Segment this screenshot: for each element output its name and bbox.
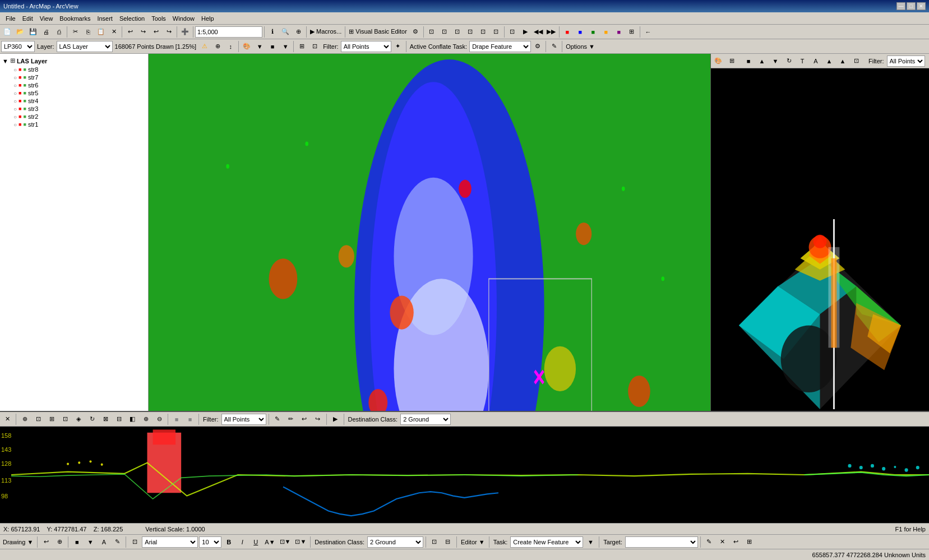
profile-btn7[interactable]: ⊠ (99, 413, 112, 425)
las-btn3[interactable]: ▼ (253, 40, 266, 53)
line-color-btn[interactable]: ⊡▼ (293, 536, 308, 548)
find-btn[interactable]: 🔍 (279, 26, 292, 38)
ed-btn3[interactable]: ■ (71, 536, 83, 548)
color3[interactable]: ■ (587, 26, 599, 38)
ed-del-btn[interactable]: ✕ (717, 536, 729, 548)
profile-btn6[interactable]: ↻ (86, 413, 98, 425)
menu-tools[interactable]: Tools (148, 14, 169, 23)
toc-item-str3[interactable]: ○ ■ ■ str3 (2, 105, 146, 113)
menu-insert[interactable]: Insert (94, 14, 116, 23)
options-btn[interactable]: Options ▼ (564, 40, 597, 53)
goto-btn[interactable]: ⊕ (292, 26, 304, 38)
layer-select[interactable]: LAS Layer (57, 41, 113, 52)
las-btn5[interactable]: ▼ (279, 40, 292, 53)
las-btn2[interactable]: ↕ (224, 40, 237, 53)
task-extra-btn[interactable]: ▼ (584, 536, 597, 548)
drawing-label[interactable]: Drawing ▼ (1, 539, 35, 545)
ed-btn4[interactable]: ▼ (84, 536, 96, 548)
color4[interactable]: ■ (600, 26, 612, 38)
close-button[interactable]: ✕ (917, 2, 926, 10)
open-btn[interactable]: 📂 (14, 26, 26, 38)
raster5[interactable]: ⊡ (477, 26, 489, 38)
print2-btn[interactable]: ⎙ (53, 26, 65, 38)
r-text-btn[interactable]: T (796, 55, 808, 67)
r-btn7[interactable]: A (810, 55, 822, 67)
r-btn5[interactable]: ▼ (769, 55, 782, 67)
ed-snap2[interactable]: ⊟ (442, 536, 454, 548)
task-select[interactable]: Create New Feature (510, 536, 583, 548)
profile-play[interactable]: ▶ (329, 413, 341, 425)
menu-view[interactable]: View (36, 14, 57, 23)
profile-btn1[interactable]: ⊕ (19, 413, 31, 425)
color2[interactable]: ■ (574, 26, 586, 38)
profile-color1[interactable]: ■ (170, 413, 183, 425)
r-btn2[interactable]: ⊞ (725, 55, 738, 67)
dest-class-select-bottom[interactable]: 2 Ground (400, 414, 451, 425)
profile-btn2[interactable]: ⊡ (32, 413, 44, 425)
copy-btn[interactable]: ⎘ (82, 26, 94, 38)
profile-btn8[interactable]: ⊟ (113, 413, 125, 425)
paste-btn[interactable]: 📋 (95, 26, 107, 38)
filter-select[interactable]: All Points (341, 41, 391, 52)
profile-edit3[interactable]: ↩ (298, 413, 311, 425)
undo2-btn[interactable]: ↩ (150, 26, 162, 38)
edit-btn[interactable]: ✎ (548, 40, 560, 53)
r-btn6[interactable]: ↻ (783, 55, 795, 67)
ed-btn1[interactable]: ↩ (40, 536, 52, 548)
profile-btn3[interactable]: ⊞ (45, 413, 58, 425)
save-btn[interactable]: 💾 (27, 26, 39, 38)
ed-save-btn[interactable]: ⊞ (743, 536, 756, 548)
menu-window[interactable]: Window (169, 14, 198, 23)
ed-btn5[interactable]: ✎ (111, 536, 123, 548)
color1[interactable]: ■ (561, 26, 574, 38)
profile-edit4[interactable]: ↪ (312, 413, 324, 425)
raster1[interactable]: ⊡ (426, 26, 438, 38)
identify-btn[interactable]: ℹ (266, 26, 279, 38)
color5[interactable]: ■ (613, 26, 625, 38)
zoom-select[interactable]: LP360 (1, 41, 35, 52)
bold-btn[interactable]: B (223, 536, 235, 548)
profile-btn11[interactable]: ⊖ (153, 413, 165, 425)
toc-item-str2[interactable]: ○ ■ ■ str2 (2, 113, 146, 121)
cut-btn[interactable]: ✂ (69, 26, 81, 38)
toc-collapse[interactable]: ▼ (2, 58, 8, 64)
profile-btn5[interactable]: ◈ (72, 413, 85, 425)
menu-selection[interactable]: Selection (116, 14, 148, 23)
conflate-select[interactable]: Drape Feature (469, 41, 531, 52)
font-color-btn[interactable]: A▼ (263, 536, 276, 548)
scale-input[interactable] (195, 26, 262, 38)
vba2-btn[interactable]: ⚙ (409, 26, 422, 38)
menu-edit[interactable]: Edit (19, 14, 36, 23)
menu-file[interactable]: File (2, 14, 19, 23)
raster6[interactable]: ⊡ (490, 26, 502, 38)
editor-label[interactable]: Editor ▼ (459, 539, 487, 545)
undo-btn[interactable]: ↩ (124, 26, 136, 38)
profile-edit2[interactable]: ✏ (285, 413, 297, 425)
ext4[interactable]: ▶▶ (545, 26, 557, 38)
toc-item-str5[interactable]: ○ ■ ■ str5 (2, 89, 146, 97)
font-select[interactable]: Arial (142, 536, 198, 548)
las-btn4[interactable]: ■ (266, 40, 279, 53)
delete-btn[interactable]: ✕ (108, 26, 120, 38)
target-select[interactable] (625, 536, 698, 548)
profile-btn9[interactable]: ◧ (126, 413, 138, 425)
r-btn10[interactable]: ⊡ (850, 55, 862, 67)
toc-item-str7[interactable]: ○ ■ ■ str7 (2, 73, 146, 81)
ed-font-color[interactable]: A (98, 536, 110, 548)
ed-snap1[interactable]: ⊡ (428, 536, 441, 548)
vba-btn[interactable]: ⊞ Visual Basic Editor (347, 26, 409, 38)
raster4[interactable]: ⊡ (464, 26, 477, 38)
ed-undo-btn[interactable]: ↩ (730, 536, 742, 548)
menu-bookmarks[interactable]: Bookmarks (56, 14, 94, 23)
redo2-btn[interactable]: ↪ (163, 26, 175, 38)
r-btn8[interactable]: ▲ (823, 55, 835, 67)
las-btn1[interactable]: ⊕ (211, 40, 224, 53)
profile-btn10[interactable]: ⊕ (140, 413, 152, 425)
toc-item-str4[interactable]: ○ ■ ■ str4 (2, 97, 146, 105)
grid2-btn[interactable]: ⊡ (308, 40, 321, 53)
color-wheel[interactable]: 🎨 (241, 40, 253, 53)
highlight-btn[interactable]: ⊡▼ (278, 536, 293, 548)
add-data-btn[interactable]: ➕ (179, 26, 191, 38)
ed-btn2[interactable]: ⊕ (53, 536, 66, 548)
toc-item-str1[interactable]: ○ ■ ■ str1 (2, 121, 146, 128)
